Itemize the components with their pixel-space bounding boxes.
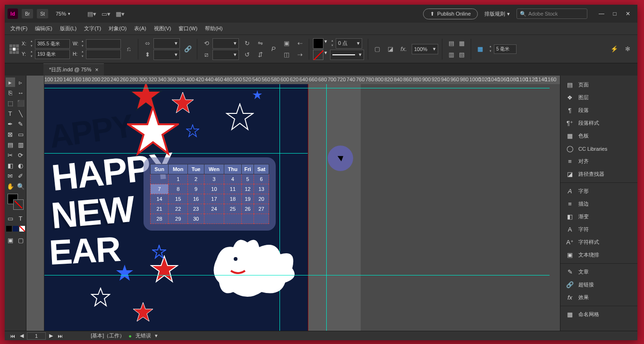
rotate-cw-icon[interactable]: ↻ [242,38,252,49]
corner-shape-icon[interactable]: ▢ [372,44,382,54]
panel-layers[interactable]: ❖图层 [560,91,637,104]
page-tool[interactable]: ⎘ [6,88,15,97]
quick-apply-icon[interactable]: ⚡ [609,44,619,54]
normal-view-icon[interactable]: ▣ [6,235,15,245]
panel-named-grids[interactable]: ▦命名网格 [560,308,637,321]
document-canvas[interactable]: APPY HAPPY NEW NEW EAR [44,84,560,331]
text-wrap-none-icon[interactable]: ▤ [446,38,457,49]
fill-stroke-wells[interactable] [8,194,24,210]
panel-cc-libraries[interactable]: ◯CC Libraries [560,142,637,155]
fx-icon[interactable]: fx. [398,44,409,54]
menu-help[interactable]: 帮助(H) [201,23,226,34]
selection-tool[interactable]: ▸ [6,77,15,87]
first-page-icon[interactable]: ⏮ [8,333,17,339]
menu-edit[interactable]: 编辑(E) [31,23,56,34]
bridge-button[interactable]: Br [22,9,33,18]
rotate-dd[interactable]: ▾ [212,38,239,49]
content-placer-tool[interactable]: ⬛ [16,98,25,108]
fill-swatch[interactable] [313,38,323,49]
line-tool[interactable]: ╲ [16,109,25,118]
menu-object[interactable]: 对象(O) [105,23,130,34]
y-input[interactable]: 193 毫米 [35,50,70,59]
horizontal-ruler[interactable]: 1001201401601802002202402602803003203403… [44,76,560,84]
w-input[interactable] [86,39,121,49]
chevron-down-icon[interactable]: ▾ [324,50,327,60]
document-tab[interactable]: *日历.indd @ 75% × [43,63,104,76]
panel-story[interactable]: ✎文章 [560,266,637,278]
hand-tool[interactable]: ✋ [6,181,15,191]
chevron-down-icon[interactable]: ▾ [324,38,327,49]
pen-tool[interactable]: ✒ [6,119,15,129]
zoom-tool[interactable]: 🔍 [16,181,25,191]
text-wrap-shape-icon[interactable]: ▥ [446,50,457,60]
prev-page-icon[interactable]: ◀ [18,333,25,339]
panel-pathfinder[interactable]: ◪路径查找器 [560,168,637,181]
scissors-tool[interactable]: ✂ [6,150,15,160]
pencil-tool[interactable]: ✎ [16,119,25,129]
next-page-icon[interactable]: ▶ [48,333,54,339]
apply-black-icon[interactable] [6,226,12,232]
stock-button[interactable]: St [37,9,48,18]
h-input[interactable] [86,50,121,59]
grid-align-icon[interactable]: ▦ [475,44,485,54]
preflight-profile[interactable]: [基本]（工作） [91,332,125,339]
panel-swatches[interactable]: ▦色板 [560,129,637,142]
screen-mode-icon[interactable]: ▭▾ [101,9,111,19]
panel-char-styles[interactable]: A⁺字符样式 [560,236,637,249]
close-tab-icon[interactable]: × [95,67,98,73]
minimize-button[interactable]: — [595,9,608,18]
text-wrap-jump-icon[interactable]: ▧ [457,50,467,60]
arrange-docs-icon[interactable]: ▦▾ [115,9,125,19]
stroke-swatch[interactable] [313,50,323,60]
p-icon[interactable]: P [268,44,279,54]
panel-glyphs[interactable]: A字形 [560,185,637,198]
publish-online-button[interactable]: ⬆ Publish Online [423,9,478,19]
scale-y-dd[interactable]: ▾ [153,50,180,60]
workspace-switcher[interactable]: 排版规则 ▾ [482,9,513,18]
maximize-button[interactable]: □ [608,9,621,18]
type-tool[interactable]: T [6,109,15,118]
panel-character[interactable]: A字符 [560,223,637,236]
menu-type[interactable]: 文字(T) [80,23,105,34]
v-grid-tool[interactable]: ▥ [16,140,25,149]
chevron-down-icon[interactable]: ▾ [155,333,158,339]
adobe-stock-search[interactable]: 🔍 Adobe Stock [517,9,587,19]
scale-x-dd[interactable]: ▾ [153,38,180,49]
flip-h-icon[interactable]: ⇋ [255,38,265,49]
stroke-weight-dd[interactable]: 0 点▾ [336,38,362,49]
page-navigator[interactable]: ⏮ ◀ 1 ▶ ⏭ [8,332,64,340]
x-input[interactable]: 385.5 毫米 [35,39,70,49]
panel-pages[interactable]: ▤页面 [560,78,637,91]
rect-tool[interactable]: ▭ [16,129,25,139]
panel-align[interactable]: ≡对齐 [560,155,637,168]
select-container-icon[interactable]: ▣ [281,38,292,49]
h-grid-tool[interactable]: ▤ [6,140,15,149]
panel-text-wrap[interactable]: ▣文本绕排 [560,249,637,261]
menu-file[interactable]: 文件(F) [7,23,31,34]
preview-view-icon[interactable]: ▢ [16,235,25,245]
panel-hyperlinks[interactable]: 🔗超链接 [560,278,637,291]
menu-view[interactable]: 视图(V) [150,23,175,34]
gap-input[interactable]: 5 毫米 [494,44,517,54]
content-collector-tool[interactable]: ⬚ [6,98,15,108]
note-tool[interactable]: ✉ [6,171,15,181]
link-scale-icon[interactable]: 🔗 [183,44,193,54]
apply-none-icon[interactable] [19,226,25,232]
reference-point-grid[interactable] [9,44,19,54]
menu-layout[interactable]: 版面(L) [56,23,80,34]
drop-shadow-icon[interactable]: ◪ [385,44,396,54]
zoom-level-dropdown[interactable]: 75% ▾ [52,10,74,17]
panel-gradient[interactable]: ◧渐变 [560,210,637,223]
select-content-icon[interactable]: ◫ [281,50,292,60]
panel-paragraph[interactable]: ¶段落 [560,104,637,117]
next-obj-icon[interactable]: ⇢ [295,50,305,60]
text-wrap-bound-icon[interactable]: ▦ [457,38,467,49]
eyedropper-tool[interactable]: ✐ [16,171,25,181]
last-page-icon[interactable]: ⏭ [56,333,64,339]
panel-para-styles[interactable]: ¶⁺段落样式 [560,117,637,129]
flip-v-icon[interactable]: ⇵ [255,50,265,60]
panel-stroke[interactable]: ≡描边 [560,198,637,210]
panel-menu-icon[interactable]: ✻ [622,44,633,54]
rect-frame-tool[interactable]: ⊠ [6,129,15,139]
close-button[interactable]: ✕ [621,9,635,18]
